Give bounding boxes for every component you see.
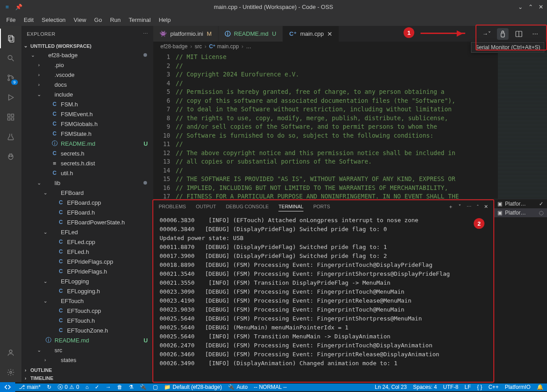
timeline-head[interactable]: ›TIMELINE <box>21 374 153 382</box>
tree-folder[interactable]: ⌄ef28-badge <box>21 50 153 60</box>
minimap[interactable] <box>498 51 547 199</box>
status-pio-label[interactable]: PlatformIO <box>505 384 530 390</box>
menu-help[interactable]: Help <box>155 15 174 25</box>
panel-tab-ports[interactable]: PORTS <box>313 202 330 211</box>
tree-folder[interactable]: ⌄src <box>21 345 153 355</box>
tree-folder[interactable]: ›.vscode <box>21 70 153 80</box>
maximize-icon[interactable]: ⌃ <box>528 4 533 10</box>
tree-file[interactable]: CEFPrideFlags.cpp <box>21 257 153 266</box>
status-pio-monitor-icon[interactable]: 🔌 <box>140 384 147 390</box>
run-debug-icon[interactable] <box>0 88 21 107</box>
status-env[interactable]: 📁 Default (ef28-badge) <box>164 384 222 390</box>
outline-head[interactable]: ›OUTLINE <box>21 366 153 374</box>
serial-monitor-icon[interactable] <box>497 28 509 40</box>
tab-close-icon[interactable]: ✕ <box>327 30 332 38</box>
tree-file[interactable]: CFSMState.h <box>21 129 153 139</box>
tree-file[interactable]: CEFPrideFlags.h <box>21 266 153 276</box>
menu-go[interactable]: Go <box>91 15 105 25</box>
tree-file[interactable]: CEFTouch.cpp <box>21 306 153 316</box>
status-bell-icon[interactable]: 🔔 <box>537 384 543 390</box>
accounts-icon[interactable] <box>0 343 21 362</box>
tree-folder[interactable]: ⌄EFTouch <box>21 296 153 306</box>
status-pio-upload-icon[interactable]: → <box>105 384 111 390</box>
status-pio-terminal-icon[interactable]: ▢ <box>153 384 158 390</box>
tree-file[interactable]: Cutil.h <box>21 168 153 178</box>
menu-file[interactable]: File <box>3 15 19 25</box>
tree-folder[interactable]: ⌄EFLogging <box>21 276 153 286</box>
tree-folder[interactable]: ⌄lib <box>21 178 153 188</box>
status-eol[interactable]: LF <box>465 384 471 390</box>
tree-folder[interactable]: ⌄EFBoard <box>21 188 153 198</box>
status-encoding[interactable]: UTF-8 <box>443 384 459 390</box>
explorer-icon[interactable] <box>0 29 21 48</box>
breadcrumb-item[interactable]: src <box>195 43 202 50</box>
panel-maximize-icon[interactable]: ˆ <box>477 204 479 210</box>
tree-file[interactable]: ⓘREADME.mdU <box>21 335 153 345</box>
minimize-icon[interactable]: ⌄ <box>518 4 523 10</box>
status-pio-test-icon[interactable]: ⚗ <box>129 384 134 390</box>
status-prettier-icon[interactable]: { } <box>477 384 482 390</box>
status-port[interactable]: 🔌 Auto <box>228 384 248 390</box>
tree-file[interactable]: CEFLogging.h <box>21 286 153 296</box>
code-content[interactable]: // MIT License//// Copyright 2024 Eurofu… <box>176 51 498 199</box>
tree-file[interactable]: ≡secrets.h.dist <box>21 158 153 168</box>
menu-run[interactable]: Run <box>106 15 124 25</box>
tree-file[interactable]: CEFBoardPowerState.h <box>21 217 153 227</box>
menu-terminal[interactable]: Terminal <box>125 15 154 25</box>
tab-main-cpp[interactable]: C⁺main.cpp✕ <box>283 26 339 42</box>
status-spaces[interactable]: Spaces: 4 <box>413 384 437 390</box>
search-icon[interactable] <box>0 48 21 68</box>
status-pio-build-icon[interactable]: ✓ <box>95 384 99 390</box>
tree-file[interactable]: CEFBoard.h <box>21 207 153 217</box>
panel-tab-debug-console[interactable]: DEBUG CONSOLE <box>226 202 269 211</box>
panel-add-icon[interactable]: ＋ <box>448 203 453 210</box>
panel-tab-problems[interactable]: PROBLEMS <box>159 202 186 211</box>
tree-file[interactable]: CEFLed.h <box>21 247 153 257</box>
tree-file[interactable]: Csecrets.h <box>21 148 153 158</box>
remote-icon[interactable] <box>0 382 15 392</box>
testing-icon[interactable] <box>0 127 21 147</box>
platformio-icon[interactable] <box>0 147 21 166</box>
close-icon[interactable]: ✕ <box>539 4 543 10</box>
panel-tab-terminal[interactable]: TERMINAL <box>278 202 303 211</box>
status-lang[interactable]: C++ <box>488 384 499 390</box>
status-branch[interactable]: ⎇ main* <box>19 384 41 390</box>
breadcrumb-item[interactable]: ef28-badge <box>160 43 188 50</box>
scm-icon[interactable]: 9 <box>0 68 21 88</box>
run-arrow-icon[interactable]: →˅ <box>481 28 492 40</box>
workspace-head[interactable]: ⌄ UNTITLED (WORKSPACE) <box>21 42 153 50</box>
menu-selection[interactable]: Selection <box>38 15 69 25</box>
panel-more-icon[interactable]: ⋯ <box>467 204 471 210</box>
status-pio-home-icon[interactable]: ⌂ <box>85 384 88 390</box>
tree-file[interactable]: CEFTouchZone.h <box>21 325 153 335</box>
terminal-output[interactable]: 00006.3830 [INFO] (EFTouch) Attached onL… <box>153 211 493 382</box>
status-sync[interactable]: ↻ <box>47 384 51 390</box>
tab-readme-md[interactable]: ⓘREADME.mdU <box>219 26 283 42</box>
tree-file[interactable]: CFSM.h <box>21 99 153 109</box>
settings-icon[interactable] <box>0 362 21 382</box>
tree-folder[interactable]: ⌄include <box>21 89 153 99</box>
tree-folder[interactable]: ⌄EFLed <box>21 227 153 237</box>
extensions-icon[interactable] <box>0 107 21 127</box>
tab-more-icon[interactable]: ⋯ <box>529 28 541 40</box>
breadcrumb-item[interactable]: C⁺ main.cpp <box>209 43 239 50</box>
pin-icon[interactable]: 📌 <box>15 3 22 10</box>
breadcrumb-item[interactable]: … <box>246 43 251 50</box>
menu-view[interactable]: View <box>70 15 90 25</box>
tree-file[interactable]: CEFBoard.cpp <box>21 198 153 207</box>
status-pio-clean-icon[interactable]: 🗑 <box>117 384 122 390</box>
panel-close-icon[interactable]: ✕ <box>484 204 488 210</box>
split-editor-icon[interactable] <box>513 28 525 40</box>
terminal-instance[interactable]: ▣Platfor…◌ <box>494 208 547 217</box>
tree-folder[interactable]: ›states <box>21 355 153 365</box>
status-position[interactable]: Ln 24, Col 23 <box>375 384 407 390</box>
tree-file[interactable]: CEFLed.cpp <box>21 237 153 247</box>
sidebar-more-icon[interactable]: ⋯ <box>143 31 148 37</box>
tab-platformio-ini[interactable]: 👾platformio.iniM <box>153 26 219 42</box>
terminal-instance[interactable]: ▣Platfor…✓ <box>494 199 547 208</box>
panel-tab-output[interactable]: OUTPUT <box>196 202 216 211</box>
tree-file[interactable]: ⓘREADME.mdU <box>21 139 153 148</box>
tree-file[interactable]: CFSMEvent.h <box>21 109 153 119</box>
tree-folder[interactable]: ›docs <box>21 80 153 89</box>
tree-file[interactable]: CEFTouch.h <box>21 316 153 325</box>
